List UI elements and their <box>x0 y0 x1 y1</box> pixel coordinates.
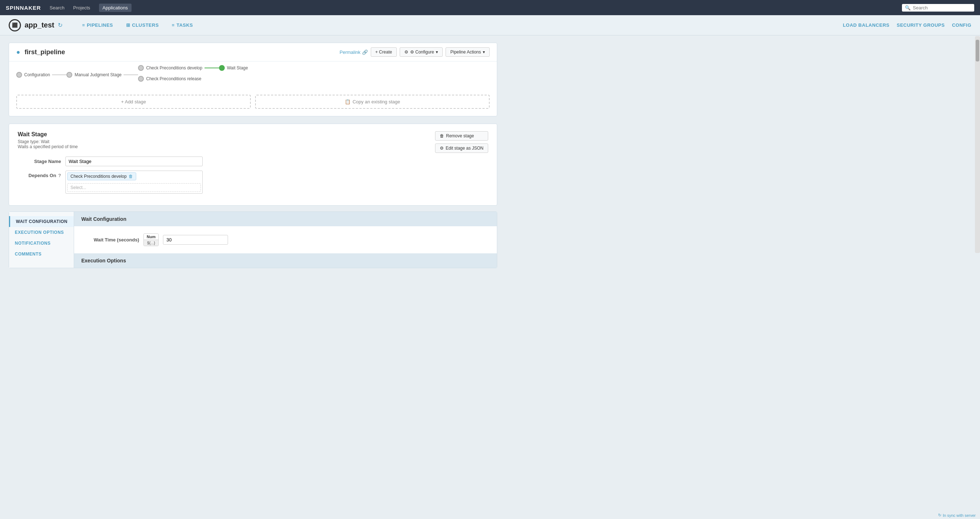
add-stage-button[interactable]: + Add stage <box>16 95 251 109</box>
depends-on-container: Check Preconditions develop 🗑 Select... <box>65 170 203 194</box>
stage-manual-judgment[interactable]: Manual Judgment Stage <box>67 72 124 78</box>
pipeline-actions: Permalink 🔗 + Create ⚙ ⚙ Configure ▾ Pip… <box>340 47 490 57</box>
connector-1 <box>52 75 67 75</box>
nav-search[interactable]: Search <box>49 5 64 11</box>
app-icon-inner: ⬛ <box>12 22 18 28</box>
edit-json-button[interactable]: ⚙ Edit stage as JSON <box>435 143 488 153</box>
stage-dot-configuration <box>16 72 22 78</box>
depends-on-tags: Check Preconditions develop 🗑 <box>66 171 202 182</box>
app-header: ⬛ app_test ↻ ≡ PIPELINES ⊞ CLUSTERS ≡ TA… <box>0 15 980 35</box>
depends-tag-1: Check Preconditions develop 🗑 <box>67 172 136 180</box>
stage-label-check-dev: Check Preconditions develop <box>146 65 202 70</box>
help-icon: ? <box>58 173 61 178</box>
top-search-box[interactable]: 🔍 <box>902 4 974 11</box>
main-content: ● first_pipeline Permalink 🔗 + Create ⚙ … <box>0 35 506 275</box>
stage-label-wait: Wait Stage <box>227 65 248 70</box>
right-navigation: LOAD BALANCERS SECURITY GROUPS CONFIG <box>843 22 971 28</box>
refresh-icon[interactable]: ↻ <box>58 22 62 29</box>
num-option[interactable]: Num <box>144 234 158 240</box>
depends-on-group: Depends On ? Check Preconditions develop… <box>25 170 488 194</box>
nav-clusters[interactable]: ⊞ CLUSTERS <box>121 20 164 30</box>
gear-icon-2: ⚙ <box>440 146 444 151</box>
copy-stage-button[interactable]: 📋 Copy an existing stage <box>255 95 490 109</box>
stage-name-group: Stage Name <box>25 156 488 166</box>
stage-check-preconditions-dev[interactable]: Check Preconditions develop <box>138 65 204 71</box>
stages-line-1: Configuration Manual Judgment Stage Chec… <box>16 65 490 84</box>
stage-label-configuration: Configuration <box>24 72 50 77</box>
stage-check-preconditions-release[interactable]: Check Preconditions release <box>138 76 204 82</box>
nav-security-groups[interactable]: SECURITY GROUPS <box>897 22 945 28</box>
stage-dot-wait <box>219 65 225 71</box>
nav-config[interactable]: CONFIG <box>952 22 971 28</box>
stage-name-input[interactable] <box>65 156 203 166</box>
sidebar-item-comments[interactable]: COMMENTS <box>9 249 74 260</box>
wait-config-body: Wait Time (seconds) Num ${...} <box>74 226 497 253</box>
sidebar-item-notifications[interactable]: NOTIFICATIONS <box>9 238 74 249</box>
stage-wait[interactable]: Wait Stage <box>219 65 250 71</box>
nav-tasks[interactable]: ≡ TASKS <box>167 20 198 30</box>
stage-dot-check-release <box>138 76 144 82</box>
app-navigation: ≡ PIPELINES ⊞ CLUSTERS ≡ TASKS <box>77 20 198 30</box>
chevron-down-icon: ▾ <box>436 49 438 54</box>
num-toggle[interactable]: Num ${...} <box>143 234 159 246</box>
stage-action-buttons: 🗑 Remove stage ⚙ Edit stage as JSON <box>435 131 488 153</box>
stage-config-title: Wait Stage <box>18 131 78 138</box>
copy-icon: 📋 <box>345 99 350 105</box>
chevron-down-icon-2: ▾ <box>483 49 485 54</box>
wait-time-group: Wait Time (seconds) Num ${...} <box>81 234 490 246</box>
stage-description: Waits a specified period of time <box>18 144 78 149</box>
app-name: app_test <box>25 21 54 29</box>
nav-pipelines[interactable]: ≡ PIPELINES <box>77 20 118 30</box>
sidebar-item-execution-options[interactable]: EXECUTION OPTIONS <box>9 227 74 238</box>
pipeline-name: first_pipeline <box>25 48 335 56</box>
depends-on-box: Check Preconditions develop 🗑 Select... <box>65 170 203 194</box>
trash-icon: 🗑 <box>440 133 444 139</box>
stage-form: Stage Name Depends On ? Check Preconditi… <box>25 156 488 194</box>
pipelines-icon: ≡ <box>82 22 85 28</box>
wait-time-input[interactable] <box>163 235 228 245</box>
nav-load-balancers[interactable]: LOAD BALANCERS <box>843 22 889 28</box>
top-search-input[interactable] <box>913 5 971 11</box>
stage-configuration[interactable]: Configuration <box>16 72 52 78</box>
depends-on-label: Depends On ? <box>25 170 61 178</box>
scrollbar-track[interactable] <box>975 36 980 253</box>
scrollbar-thumb[interactable] <box>976 40 979 61</box>
depends-select[interactable]: Select... <box>67 183 201 192</box>
search-icon: 🔍 <box>905 5 911 11</box>
connector-2 <box>124 75 138 75</box>
stage-name-label: Stage Name <box>25 156 61 164</box>
stage-label-check-release: Check Preconditions release <box>146 76 201 81</box>
permalink-link[interactable]: Permalink 🔗 <box>340 49 368 55</box>
pipeline-icon: ● <box>16 48 20 56</box>
create-button[interactable]: + Create <box>371 47 397 57</box>
remove-stage-button[interactable]: 🗑 Remove stage <box>435 131 488 140</box>
pipeline-header: ● first_pipeline Permalink 🔗 + Create ⚙ … <box>9 43 497 61</box>
stages-line-3: Check Preconditions release <box>138 76 250 82</box>
clusters-icon: ⊞ <box>126 22 130 28</box>
stage-label-manual: Manual Judgment Stage <box>75 72 121 77</box>
execution-options-header: Execution Options <box>74 253 497 268</box>
wait-time-label: Wait Time (seconds) <box>81 237 139 242</box>
pipeline-actions-button[interactable]: Pipeline Actions ▾ <box>445 47 490 57</box>
wait-config-header: Wait Configuration <box>74 212 497 226</box>
sidebar-item-wait-config[interactable]: WAIT CONFIGURATION <box>9 216 74 227</box>
connector-green <box>205 68 219 68</box>
config-layout: WAIT CONFIGURATION EXECUTION OPTIONS NOT… <box>9 212 497 268</box>
stages-line-2: Check Preconditions develop Wait Stage <box>138 65 250 71</box>
nav-projects[interactable]: Projects <box>73 5 90 11</box>
top-navigation: SPINNAKER Search Projects Applications 🔍 <box>0 0 980 15</box>
link-icon: 🔗 <box>362 49 368 55</box>
gear-icon: ⚙ <box>404 49 408 54</box>
stage-info: Wait Stage Stage type: Wait Waits a spec… <box>18 131 78 149</box>
configure-button[interactable]: ⚙ ⚙ Configure ▾ <box>400 47 443 57</box>
brand-logo: SPINNAKER <box>6 5 41 11</box>
nav-applications[interactable]: Applications <box>99 3 132 12</box>
remove-depends-icon[interactable]: 🗑 <box>129 174 133 179</box>
stages-group: Configuration Manual Judgment Stage Chec… <box>9 61 497 91</box>
stage-dot-manual <box>67 72 72 78</box>
stage-config-area: Wait Stage Stage type: Wait Waits a spec… <box>9 124 497 205</box>
app-icon: ⬛ <box>9 19 21 32</box>
add-stage-row: + Add stage 📋 Copy an existing stage <box>9 91 497 116</box>
stage-type: Stage type: Wait <box>18 139 78 144</box>
expr-option[interactable]: ${...} <box>144 240 158 246</box>
